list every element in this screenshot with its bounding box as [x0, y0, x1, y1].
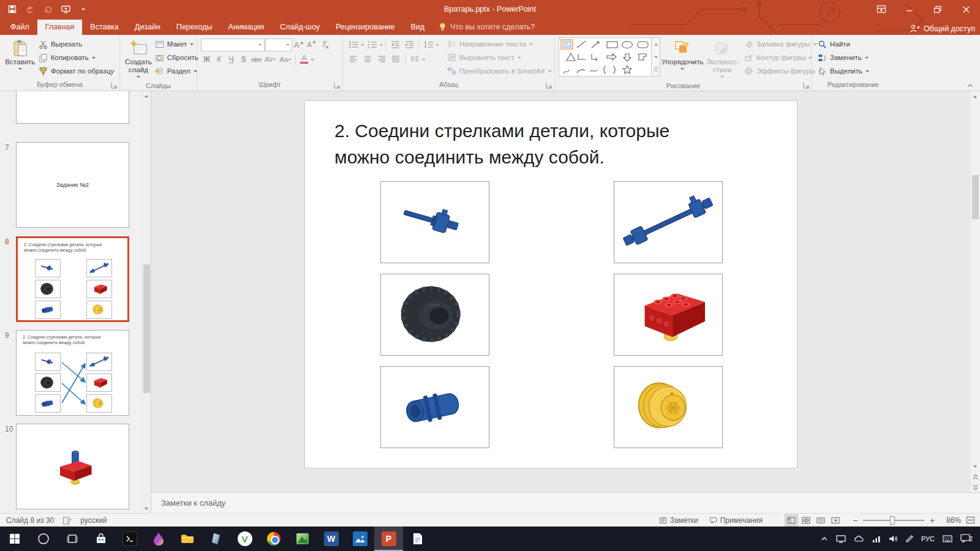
- replace-button[interactable]: Заменить: [816, 51, 871, 64]
- strikethrough-button[interactable]: abc: [250, 53, 263, 66]
- tab-file[interactable]: Файл: [2, 20, 37, 35]
- convert-smartart-button[interactable]: Преобразовать в SmartArt: [445, 64, 554, 78]
- quick-styles-button[interactable]: Экспресс-стили: [704, 37, 740, 81]
- bullets-button[interactable]: [347, 39, 360, 51]
- volume-icon[interactable]: [889, 535, 897, 542]
- align-left-button[interactable]: [347, 53, 360, 66]
- tab-review[interactable]: Рецензирование: [328, 20, 403, 35]
- numbering-button[interactable]: [365, 39, 379, 51]
- picture-axle-long[interactable]: [614, 181, 723, 263]
- shapes-more[interactable]: [652, 63, 660, 76]
- section-button[interactable]: Раздел: [153, 64, 200, 78]
- redo-button[interactable]: [39, 1, 56, 17]
- start-slideshow-button[interactable]: [57, 1, 74, 17]
- tab-animations[interactable]: Анимация: [220, 20, 272, 35]
- slideshow-view-button[interactable]: [829, 514, 842, 527]
- grow-font-button[interactable]: А▲: [293, 39, 306, 51]
- tell-me-box[interactable]: Что вы хотите сделать?: [432, 19, 541, 35]
- zoom-out-button[interactable]: −: [851, 515, 859, 525]
- decrease-indent-button[interactable]: [388, 39, 402, 51]
- previous-slide-button[interactable]: [970, 471, 980, 482]
- thumb-scroll-down[interactable]: [142, 504, 151, 513]
- slide-sorter-view-button[interactable]: [799, 514, 813, 527]
- taskbar-app-green[interactable]: [288, 527, 317, 551]
- collapse-ribbon-button[interactable]: [967, 83, 974, 88]
- picture-tire[interactable]: [380, 274, 489, 356]
- text-shadow-button[interactable]: S: [238, 53, 249, 66]
- text-direction-button[interactable]: Направление текста: [445, 37, 554, 51]
- increase-indent-button[interactable]: [402, 39, 416, 51]
- underline-button[interactable]: Ч: [225, 53, 237, 66]
- character-spacing-button[interactable]: AV: [263, 53, 277, 66]
- slide-title-textbox[interactable]: 2. Соедини стрелками детали, которые мож…: [305, 101, 797, 171]
- change-case-button[interactable]: Aa: [278, 53, 293, 66]
- ribbon-display-options-button[interactable]: [867, 0, 895, 18]
- tab-design[interactable]: Дизайн: [127, 20, 168, 35]
- tab-view[interactable]: Вид: [402, 20, 432, 35]
- customize-qat-button[interactable]: [75, 1, 92, 17]
- action-center-button[interactable]: 2: [960, 533, 974, 545]
- select-button[interactable]: Выделить: [816, 64, 871, 78]
- input-language-indicator[interactable]: РУС: [921, 535, 935, 542]
- paste-button[interactable]: Вставить: [4, 37, 37, 73]
- normal-view-button[interactable]: [785, 514, 798, 527]
- shape-outline-button[interactable]: Контур фигуры: [742, 51, 824, 64]
- tray-expand-chevron[interactable]: [821, 536, 828, 541]
- notes-pane[interactable]: Заметки к слайду: [151, 492, 980, 513]
- task-view-button[interactable]: [58, 527, 86, 551]
- share-button[interactable]: Общий доступ: [910, 24, 975, 33]
- picture-connector-peg[interactable]: [380, 366, 489, 448]
- shapes-scroll-up[interactable]: [652, 38, 660, 51]
- tab-transitions[interactable]: Переходы: [168, 20, 221, 35]
- notes-toggle-button[interactable]: Заметки: [654, 514, 704, 527]
- clipboard-dialog-launcher[interactable]: [111, 82, 118, 89]
- arrange-button[interactable]: Упорядочить: [660, 37, 704, 73]
- picture-brick-with-wheel[interactable]: [614, 274, 723, 356]
- clear-formatting-button[interactable]: [318, 39, 330, 51]
- taskbar-store[interactable]: [86, 527, 115, 551]
- justify-button[interactable]: [389, 53, 402, 66]
- undo-button[interactable]: [21, 1, 39, 17]
- slide-canvas[interactable]: 2. Соедини стрелками детали, которые мож…: [304, 100, 797, 468]
- search-button[interactable]: [29, 527, 58, 551]
- zoom-level[interactable]: 86%: [937, 516, 961, 525]
- minimize-button[interactable]: [895, 0, 924, 18]
- font-color-button[interactable]: А: [298, 53, 310, 66]
- scroll-track[interactable]: [970, 102, 980, 461]
- thumbnail-slide-7[interactable]: Задание №2: [16, 142, 129, 228]
- find-button[interactable]: Найти: [816, 37, 871, 51]
- picture-axle-short[interactable]: [380, 181, 489, 263]
- align-right-button[interactable]: [375, 53, 388, 66]
- picture-wheel-hub[interactable]: [614, 366, 723, 448]
- thumbnail-slide-10[interactable]: [16, 424, 129, 509]
- taskbar-command-prompt[interactable]: [115, 527, 144, 551]
- editor-vertical-scrollbar[interactable]: [970, 91, 980, 492]
- pen-icon[interactable]: [905, 535, 913, 543]
- shapes-gallery[interactable]: [559, 37, 652, 77]
- thumb-scroll-thumb[interactable]: [143, 264, 150, 393]
- columns-button[interactable]: [408, 53, 421, 66]
- scroll-up-button[interactable]: [970, 91, 980, 102]
- bold-button[interactable]: Ж: [201, 53, 213, 66]
- thumbnail-scrollbar[interactable]: [141, 91, 151, 513]
- onedrive-cloud-icon[interactable]: [854, 536, 864, 542]
- paragraph-dialog-launcher[interactable]: [546, 82, 552, 89]
- shape-effects-button[interactable]: Эффекты фигуры: [742, 64, 824, 78]
- align-text-button[interactable]: Выровнять текст: [445, 51, 554, 64]
- tab-insert[interactable]: Вставка: [82, 20, 126, 35]
- scroll-thumb[interactable]: [972, 175, 979, 219]
- zoom-slider-thumb[interactable]: [890, 516, 895, 525]
- line-spacing-button[interactable]: [421, 39, 435, 51]
- drawing-dialog-launcher[interactable]: [803, 82, 810, 89]
- tab-home[interactable]: Главная: [37, 20, 83, 35]
- font-size-combo[interactable]: [265, 39, 292, 51]
- next-slide-button[interactable]: [970, 482, 980, 492]
- taskbar-paint3d[interactable]: [144, 527, 173, 551]
- shapes-scroll-down[interactable]: [652, 51, 660, 64]
- thumbnail-slide-6[interactable]: [16, 91, 129, 124]
- taskbar-word[interactable]: W: [317, 527, 345, 551]
- italic-button[interactable]: К: [213, 53, 225, 66]
- taskbar-chrome[interactable]: [259, 527, 288, 551]
- thumbnail-slide-8[interactable]: 2. Соедини стрелками детали, которые мож…: [16, 236, 129, 322]
- font-name-combo[interactable]: [201, 39, 265, 51]
